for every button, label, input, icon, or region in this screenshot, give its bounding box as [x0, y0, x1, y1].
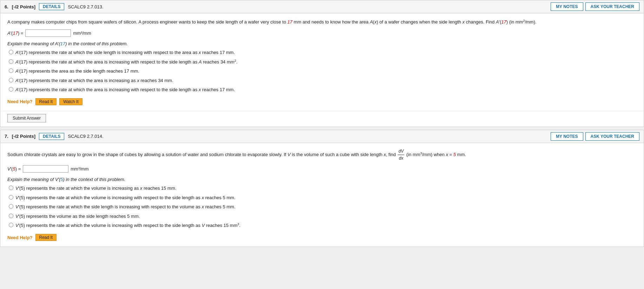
q6-x1: x [374, 19, 377, 25]
q6-problem-text: A company makes computer chips from squa… [7, 18, 637, 26]
q7-radio-3[interactable] [9, 204, 13, 209]
q7-answer-row: V′(5) = mm³/mm [7, 165, 637, 173]
q7-radio-5[interactable] [9, 223, 13, 227]
question-7: 7. [-/2 Points] DETAILS SCALC9 2.7.014. … [0, 130, 644, 247]
q6-submit-button[interactable]: Submit Answer [7, 114, 46, 122]
q7-radio-2[interactable] [9, 195, 13, 200]
q6-option-1-text: A′(17) represents the rate at which the … [15, 49, 235, 56]
q7-points: [-/2 Points] [12, 134, 35, 139]
q6-header-right: MY NOTES ASK YOUR TEACHER [551, 2, 639, 11]
q6-option-5-text: A′(17) represents the rate at which the … [15, 86, 235, 93]
q7-radio-1[interactable] [9, 186, 13, 190]
q6-radio-4[interactable] [9, 78, 13, 82]
q6-17-2: 17 [501, 19, 506, 25]
q6-radio-2[interactable] [9, 59, 13, 64]
q6-need-help-label: Need Help? [7, 99, 33, 104]
q6-my-notes-button[interactable]: MY NOTES [551, 2, 583, 11]
q6-ask-teacher-button[interactable]: ASK YOUR TEACHER [585, 2, 639, 11]
q6-option-1[interactable]: A′(17) represents the rate at which the … [9, 49, 637, 56]
q6-body: A company makes computer chips from squa… [0, 13, 644, 111]
q7-answer-unit: mm³/mm [71, 166, 88, 172]
q6-explain-label: Explain the meaning of A′(17) in the con… [7, 41, 637, 46]
q7-option-3[interactable]: V′(5) represents the rate at which the s… [9, 203, 637, 210]
q7-x: x [384, 152, 386, 157]
q7-option-5[interactable]: V′(5) represents the rate at which the v… [9, 222, 637, 229]
q6-option-3[interactable]: A′(17) represents the area as the side l… [9, 68, 637, 75]
q6-radio-group: A′(17) represents the rate at which the … [9, 49, 637, 93]
question-7-header: 7. [-/2 Points] DETAILS SCALC9 2.7.014. … [0, 130, 644, 143]
q6-highlight-17: 17 [287, 19, 292, 25]
q6-option-4-text: A′(17) represents the rate at which the … [15, 77, 173, 84]
question-6-header: 6. [-/2 Points] DETAILS SCALC9 2.7.013. … [0, 0, 644, 13]
q6-points: [-/2 Points] [12, 4, 35, 9]
q6-need-help-row: Need Help? Read It Watch It [7, 98, 637, 105]
q7-ask-teacher-button[interactable]: ASK YOUR TEACHER [585, 132, 639, 141]
q6-code: SCALC9 2.7.013. [68, 4, 547, 9]
q6-x2: x [462, 19, 465, 25]
q7-need-help-label: Need Help? [7, 235, 33, 240]
q6-radio-5[interactable] [9, 87, 13, 92]
q7-my-notes-button[interactable]: MY NOTES [551, 132, 583, 141]
q7-code: SCALC9 2.7.014. [68, 134, 547, 139]
q6-radio-3[interactable] [9, 68, 13, 73]
q7-answer-label: V′(5) = [7, 166, 21, 172]
q7-option-1-text: V′(5) represents the rate at which the v… [15, 185, 176, 192]
q6-details-button[interactable]: DETAILS [39, 3, 64, 10]
q6-watch-it-button[interactable]: Watch It [59, 98, 82, 105]
q7-option-1[interactable]: V′(5) represents the rate at which the v… [9, 185, 637, 192]
q7-read-it-button[interactable]: Read It [35, 234, 57, 241]
q7-option-5-text: V′(5) represents the rate at which the v… [15, 222, 240, 229]
q6-number: 6. [5, 4, 8, 9]
q6-option-3-text: A′(17) represents the area as the side l… [15, 68, 139, 75]
q7-highlight-5: 5 [453, 152, 456, 157]
q7-body: Sodium chlorate crystals are easy to gro… [0, 143, 644, 247]
q7-option-4-text: V′(5) represents the volume as the side … [15, 213, 140, 220]
q6-option-5[interactable]: A′(17) represents the rate at which the … [9, 86, 637, 93]
question-6: 6. [-/2 Points] DETAILS SCALC9 2.7.013. … [0, 0, 644, 127]
q6-radio-1[interactable] [9, 50, 13, 54]
q7-V: V [287, 152, 291, 157]
q6-answer-unit: mm²/mm [73, 31, 91, 36]
q7-problem-text: Sodium chlorate crystals are easy to gro… [7, 148, 637, 162]
q7-radio-4[interactable] [9, 214, 13, 218]
q6-answer-label: A′(17) = [7, 31, 23, 36]
q6-submit-row: Submit Answer [0, 111, 644, 127]
q6-read-it-button[interactable]: Read It [35, 98, 57, 105]
q6-Ax: A [370, 19, 373, 25]
q7-radio-group: V′(5) represents the rate at which the v… [9, 185, 637, 229]
q7-number: 7. [5, 134, 8, 139]
q6-Aprime17: A [496, 19, 499, 25]
q7-need-help-row: Need Help? Read It [7, 234, 637, 241]
q7-dv-dx: dV dx [398, 148, 404, 162]
q7-option-4[interactable]: V′(5) represents the volume as the side … [9, 213, 637, 220]
q7-details-button[interactable]: DETAILS [39, 133, 64, 140]
q6-option-2-text: A′(17) represents the rate at which the … [15, 59, 238, 66]
q6-answer-input[interactable] [25, 29, 71, 37]
q7-answer-input[interactable] [23, 165, 68, 173]
q7-header-right: MY NOTES ASK YOUR TEACHER [551, 132, 639, 141]
q6-option-2[interactable]: A′(17) represents the rate at which the … [9, 59, 637, 66]
q7-option-2[interactable]: V′(5) represents the rate at which the v… [9, 194, 637, 201]
q6-answer-row: A′(17) = mm²/mm [7, 29, 637, 37]
q7-option-3-text: V′(5) represents the rate at which the s… [15, 203, 235, 210]
q7-explain-label: Explain the meaning of V′(5) in the cont… [7, 177, 637, 182]
q7-option-2-text: V′(5) represents the rate at which the v… [15, 194, 235, 201]
q6-option-4[interactable]: A′(17) represents the rate at which the … [9, 77, 637, 84]
